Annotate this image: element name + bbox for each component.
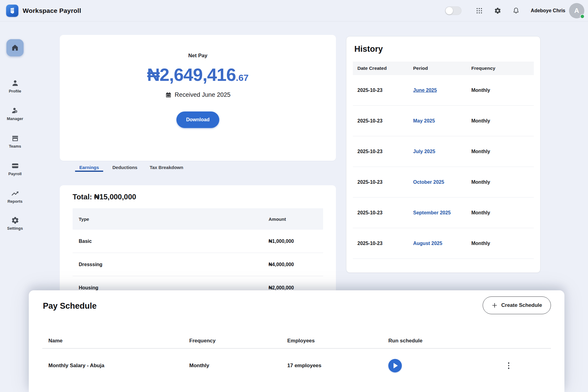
avatar-initial: A [574, 7, 579, 15]
earning-type: Basic [79, 239, 269, 244]
sidebar-nav: Profile Manager Teams [0, 21, 30, 392]
create-schedule-label: Create Schedule [501, 302, 542, 308]
history-row: 2025-10-23 September 2025 Monthly [353, 198, 534, 228]
sidebar-item-teams[interactable]: Teams [0, 134, 30, 149]
theme-toggle[interactable] [445, 6, 462, 15]
table-row: Basic ₦1,000,000 [73, 230, 323, 253]
plus-icon [492, 302, 498, 308]
history-frequency: Monthly [471, 149, 490, 154]
period-link[interactable]: September 2025 [413, 210, 451, 215]
history-date: 2025-10-23 [357, 179, 413, 185]
history-frequency: Monthly [471, 118, 490, 124]
net-pay-amount-main: ₦2,649,416 [147, 65, 236, 85]
history-row: 2025-10-23 July 2025 Monthly [353, 136, 534, 167]
received-date-text: Received June 2025 [175, 91, 230, 98]
app-logo-icon [6, 5, 18, 17]
earning-type: Dresssing [79, 262, 269, 267]
payslip-tabs: Earnings Deductions Tax Breakdown [75, 165, 186, 177]
column-header-amount: Amount [269, 217, 286, 222]
earning-amount: ₦4,000,000 [269, 262, 294, 267]
earning-type: Housing [79, 285, 269, 291]
earnings-total: Total: ₦15,000,000 [73, 193, 136, 201]
history-title: History [354, 44, 383, 54]
tab-tax-breakdown[interactable]: Tax Breakdown [147, 165, 187, 177]
sidebar-item-label: Payroll [8, 172, 21, 176]
sidebar-item-reports[interactable]: Reports [0, 189, 30, 204]
history-date: 2025-10-23 [357, 241, 413, 246]
avatar[interactable]: A [569, 3, 584, 18]
tab-earnings[interactable]: Earnings [75, 165, 103, 177]
payroll-card-icon [11, 162, 19, 170]
teams-icon [11, 134, 19, 142]
column-header-date-created: Date Created [357, 66, 413, 71]
period-link[interactable]: May 2025 [413, 118, 435, 123]
column-header-employees: Employees [287, 338, 388, 344]
app-root: Workspace Payroll A [0, 0, 588, 392]
manager-icon [11, 107, 19, 115]
home-icon [11, 43, 19, 52]
page-title: Workspace Payroll [23, 7, 81, 14]
column-header-type: Type [79, 217, 269, 222]
schedule-frequency: Monthly [189, 363, 287, 369]
received-date-line: Received June 2025 [60, 91, 336, 98]
history-frequency: Monthly [471, 179, 490, 185]
history-row: 2025-10-23 May 2025 Monthly [353, 106, 534, 136]
history-row: 2025-10-23 August 2025 Monthly [353, 228, 534, 259]
period-link[interactable]: October 2025 [413, 179, 444, 185]
net-pay-label: Net Pay [60, 53, 336, 59]
history-card: History Date Created Period Frequency 20… [346, 36, 541, 273]
sidebar-item-payroll[interactable]: Payroll [0, 162, 30, 176]
sidebar-item-label: Teams [9, 144, 21, 149]
history-table: Date Created Period Frequency 2025-10-23… [353, 62, 534, 259]
net-pay-amount: ₦2,649,416.67 [60, 64, 336, 85]
history-date: 2025-10-23 [357, 210, 413, 216]
run-schedule-play-button[interactable] [388, 359, 402, 372]
play-icon [394, 363, 398, 368]
pay-schedule-sheet: Pay Schedule Create Schedule Name Freque… [29, 290, 564, 392]
history-date: 2025-10-23 [357, 118, 413, 124]
history-date: 2025-10-23 [357, 149, 413, 154]
history-frequency: Monthly [471, 210, 490, 216]
tab-deductions[interactable]: Deductions [109, 165, 141, 177]
period-link[interactable]: June 2025 [413, 88, 437, 93]
active-tab-underline [75, 171, 103, 172]
create-schedule-button[interactable]: Create Schedule [483, 296, 551, 314]
earning-amount: ₦2,000,000 [269, 285, 294, 291]
schedule-employees: 17 employees [287, 363, 388, 369]
tab-tax-breakdown-label: Tax Breakdown [150, 165, 183, 170]
schedule-name: Monthly Salary - Abuja [48, 363, 189, 369]
column-header-period: Period [413, 66, 471, 71]
earning-amount: ₦1,000,000 [269, 239, 294, 244]
user-name[interactable]: Adeboye Chris [531, 8, 565, 13]
download-button[interactable]: Download [176, 111, 219, 128]
notifications-bell-icon[interactable] [511, 6, 521, 15]
history-frequency: Monthly [471, 88, 490, 93]
calendar-icon [165, 92, 172, 98]
settings-gear-icon[interactable] [493, 6, 502, 15]
sidebar-item-profile[interactable]: Profile [0, 79, 30, 93]
online-status-dot [580, 14, 585, 19]
history-frequency: Monthly [471, 241, 490, 246]
apps-grid-icon[interactable] [475, 6, 484, 15]
history-table-header: Date Created Period Frequency [353, 62, 534, 75]
row-actions-kebab-menu[interactable] [506, 360, 511, 371]
period-link[interactable]: July 2025 [413, 149, 435, 154]
pay-schedule-title: Pay Schedule [43, 301, 97, 311]
schedule-table-header: Name Frequency Employees Run schedule [42, 333, 551, 349]
tab-deductions-label: Deductions [112, 165, 138, 170]
sidebar-item-settings[interactable]: Settings [0, 216, 30, 231]
reports-trend-icon [11, 189, 19, 198]
column-header-frequency: Frequency [471, 66, 495, 71]
sidebar-item-label: Profile [9, 89, 21, 93]
sidebar-item-label: Reports [7, 199, 22, 204]
sidebar-item-home[interactable] [6, 39, 24, 56]
top-header: Workspace Payroll A [0, 0, 588, 21]
tab-earnings-label: Earnings [79, 165, 99, 170]
earnings-table: Type Amount Basic ₦1,000,000 Dresssing ₦… [73, 208, 323, 300]
history-row: 2025-10-23 June 2025 Monthly [353, 75, 534, 106]
earnings-table-header: Type Amount [73, 208, 323, 230]
period-link[interactable]: August 2025 [413, 241, 442, 246]
sidebar-item-manager[interactable]: Manager [0, 107, 30, 121]
table-row: Dresssing ₦4,000,000 [73, 253, 323, 276]
sidebar-item-label: Manager [7, 116, 23, 121]
